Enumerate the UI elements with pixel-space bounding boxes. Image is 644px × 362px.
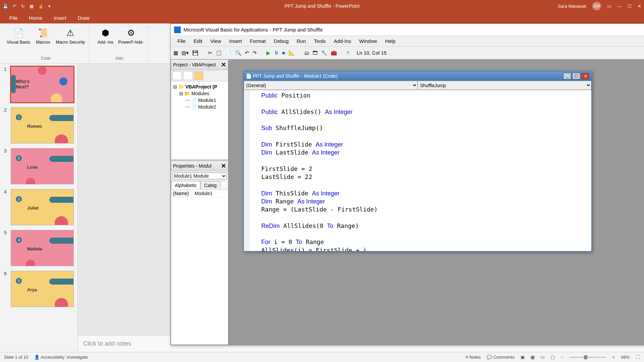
macros-icon: 📜 [37,27,49,39]
fit-to-window-icon[interactable]: ⛶ [636,355,640,360]
toolbox-icon[interactable]: 🧰 [331,50,337,56]
project-explorer-icon[interactable]: 🗂 [304,50,309,56]
tab-draw[interactable]: Draw [72,12,95,23]
visual-basic-button[interactable]: 📄Visual Basic [6,26,31,46]
properties-icon[interactable]: 🗔 [313,50,318,56]
properties-object-combo[interactable]: Module1 Module [172,173,227,179]
vbe-menu-tools[interactable]: Tools [311,37,329,45]
vbe-menu-edit[interactable]: Edit [190,37,206,45]
vbe-menu-file[interactable]: File [174,37,189,45]
slide-thumbnail[interactable]: 54Maltida [4,230,76,266]
prop-name-value[interactable]: Module1 [193,190,215,197]
save-icon[interactable]: 💾 [3,4,8,9]
start-from-beginning-icon[interactable]: ▦ [30,4,34,9]
slide-thumbnail[interactable]: 43Juliet [4,189,76,225]
insert-module-icon[interactable]: ▤▾ [181,50,189,56]
redo-icon[interactable]: ↷ [253,50,257,56]
vbe-menu-help[interactable]: Help [382,37,399,45]
copy-icon[interactable]: 📋 [216,50,222,56]
properties-panel-close-icon[interactable]: ✕ [221,162,226,170]
design-mode-icon[interactable]: 📐 [288,50,295,56]
tree-module2[interactable]: ⋯ 📄 Module2 [173,104,226,110]
vbe-menu-format[interactable]: Format [247,37,269,45]
user-name[interactable]: Sara Wanasek [558,4,586,9]
slide-thumbnail[interactable]: 21Romeo [4,107,76,143]
paste-icon[interactable]: 📄 [225,50,232,56]
ribbon-display-icon[interactable]: ▭ [607,4,611,9]
vbe-menu-add-ins[interactable]: Add-Ins [330,37,355,45]
project-tree[interactable]: ⊟ 📁 VBAProject (P ⊟ 📂 Modules ⋯ 📄 Module… [171,81,228,160]
comments-toggle[interactable]: 💬 Comments [487,355,514,360]
props-tab-alphabetic[interactable]: Alphabetic [171,181,200,189]
code-window-title: PPT Jump and Shuffle - Module1 (Code) [253,73,337,79]
ppt-addins-button[interactable]: ⚙PowerP Add- [117,26,144,46]
vbe-menu-debug[interactable]: Debug [270,37,292,45]
tree-module1[interactable]: ⋯ 📄 Module1 [173,97,226,104]
reading-view-icon[interactable]: ▭ [541,355,545,360]
qat-more-icon[interactable]: ▾ [48,4,51,9]
run-icon[interactable]: ▶ [266,50,270,56]
slide-counter[interactable]: Slide 1 of 10 [4,355,28,360]
close-icon[interactable]: ✕ [638,4,641,9]
vbe-menu-view[interactable]: View [207,37,224,45]
code-maximize-icon[interactable]: ☐ [572,73,580,79]
notes-toggle[interactable]: ≡ Notes [466,355,481,360]
undo-icon[interactable]: ↶ [13,4,16,9]
zoom-in-icon[interactable]: + [612,355,615,360]
view-ppt-icon[interactable]: ▦ [173,50,178,56]
normal-view-icon[interactable]: ▣ [521,355,525,360]
tree-project-node[interactable]: ⊟ 📁 VBAProject (P [173,83,226,90]
object-browser-icon[interactable]: 🔧 [321,50,327,56]
undo-icon[interactable]: ↶ [245,50,249,56]
zoom-out-icon[interactable]: − [561,355,564,360]
save-icon[interactable]: 💾 [192,50,199,56]
vbe-menu-window[interactable]: Window [356,37,380,45]
vbe-titlebar[interactable]: Microsoft Visual Basic for Applications … [171,24,644,36]
vbe-window: Microsoft Visual Basic for Applications … [170,23,644,345]
view-code-icon[interactable] [172,71,182,80]
code-close-icon[interactable]: ✕ [581,73,589,79]
tree-modules-folder[interactable]: ⊟ 📂 Modules [173,90,226,97]
props-tab-categorized[interactable]: Categ [200,181,220,189]
tab-home[interactable]: Home [23,12,48,23]
macros-button[interactable]: 📜Macros [33,26,53,46]
maximize-icon[interactable]: ☐ [628,4,632,9]
help-icon[interactable]: ? [346,50,349,56]
cut-icon[interactable]: ✂ [208,50,212,56]
view-object-icon[interactable] [183,71,193,80]
vbe-menu-insert[interactable]: Insert [226,37,245,45]
properties-panel-title: Properties - Modul [173,163,211,169]
vbe-menu-run[interactable]: Run [293,37,310,45]
slide-thumbnail[interactable]: 1Who'sNext? [4,66,76,103]
user-avatar[interactable]: SW [592,2,601,10]
minimize-icon[interactable]: — [617,4,622,9]
code-object-combo[interactable]: (General) [244,81,418,90]
visual-basic-icon: 📄 [12,27,24,39]
reset-icon[interactable]: ■ [282,50,285,56]
addins-button[interactable]: ⬢Add- ins [95,26,115,46]
slide-sorter-icon[interactable]: ▦ [531,355,535,360]
toggle-folders-icon[interactable] [194,71,203,80]
slide-thumbnail[interactable]: 65Arya [4,271,76,307]
code-procedure-combo[interactable]: ShuffleJump [418,81,591,90]
properties-panel: Properties - Modul✕ Module1 Module Alpha… [171,161,228,345]
properties-grid[interactable]: (Name)Module1 [171,190,228,345]
tab-file[interactable]: File [4,12,23,23]
tab-insert[interactable]: Insert [48,12,72,23]
break-icon[interactable]: ⏸ [274,50,279,56]
slideshow-icon[interactable]: ▢ [551,355,555,360]
slide-thumbnail[interactable]: 32Luna [4,148,76,184]
code-minimize-icon[interactable]: _ [563,73,571,79]
code-editor[interactable]: Public Position Public AllSlides() As In… [244,90,591,251]
slide-thumbnail-panel[interactable]: 1Who'sNext?21Romeo32Luna43Juliet54Maltid… [0,64,78,352]
accessibility-status[interactable]: 👤 Accessibility: Investigate [34,355,88,360]
redo-icon[interactable]: ↻ [21,4,25,9]
macro-security-button[interactable]: ⚠Macro Security [55,26,86,46]
zoom-slider[interactable] [569,357,606,358]
code-window-titlebar[interactable]: 📄 PPT Jump and Shuffle - Module1 (Code) … [244,71,591,81]
project-panel-close-icon[interactable]: ✕ [221,61,226,68]
zoom-level[interactable]: 46% [621,355,630,360]
touch-mode-icon[interactable]: ☝ [38,4,44,9]
document-title: PPT Jump and Shuffle - PowerPoint [284,3,360,9]
find-icon[interactable]: 🔍 [235,50,241,56]
